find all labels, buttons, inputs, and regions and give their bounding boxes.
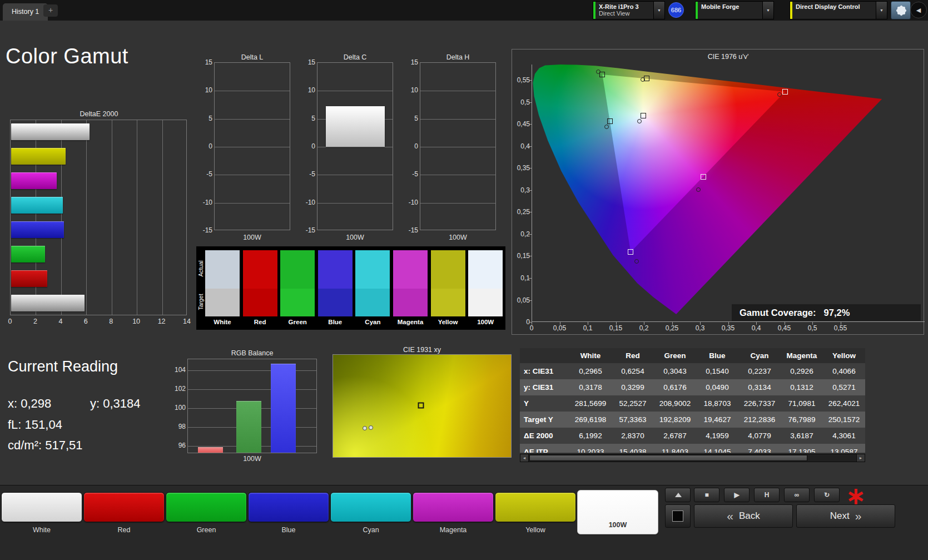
table-cell: 4,0779 xyxy=(738,428,781,444)
next-chevron-icon: » xyxy=(855,509,862,523)
table-header-cell: Cyan xyxy=(738,348,781,363)
device-meter[interactable]: X-Rite i1Pro 3 Direct View ▼ xyxy=(593,1,665,19)
color-button-label: Blue xyxy=(248,526,329,534)
color-button-magenta[interactable] xyxy=(413,492,494,522)
gridline xyxy=(317,91,393,91)
play-button[interactable]: ▶ xyxy=(724,488,750,502)
chart-title: CIE 1976 u'v' xyxy=(532,53,925,61)
color-button-white[interactable] xyxy=(1,492,82,522)
bottombar: WhiteRedGreenBlueCyanMagentaYellow100W ■… xyxy=(0,485,928,560)
next-label: Next xyxy=(830,511,850,522)
table-cell: 17,1305 xyxy=(781,444,823,453)
settings-button[interactable] xyxy=(891,1,911,19)
chart-title: RGB Balance xyxy=(187,349,317,357)
row-label: y: CIE31 xyxy=(520,379,569,395)
axis-tick-label: 0,25 xyxy=(514,208,530,216)
axis-tick xyxy=(529,190,532,191)
axis-tick-label: 15 xyxy=(198,58,212,66)
color-button-red[interactable] xyxy=(83,492,165,522)
display-meter[interactable]: Direct Display Control ▼ xyxy=(790,1,887,19)
swatch-label: Yellow xyxy=(431,319,465,325)
axis-tick-label: 0,55 xyxy=(514,76,530,84)
swatch-actual-blue xyxy=(318,250,353,289)
dropdown-chevron-icon[interactable]: ▼ xyxy=(762,2,773,19)
back-button[interactable]: « Back xyxy=(694,504,793,528)
axis-tick-label: 0,4 xyxy=(514,142,530,150)
axis-tick-label: 0,45 xyxy=(514,120,530,128)
axis-tick-label: 96 xyxy=(172,442,186,449)
table-cell: 2,6787 xyxy=(654,428,696,444)
axis-tick xyxy=(560,322,560,325)
table-cell: 4,1959 xyxy=(696,428,738,444)
color-button-yellow[interactable] xyxy=(495,492,576,522)
gridline xyxy=(188,389,316,390)
axis-tick-label: 102 xyxy=(172,385,186,393)
axis-tick xyxy=(529,124,532,125)
axis-tick-label: 5 xyxy=(301,115,315,122)
table-scrollbar[interactable]: ◄ ► xyxy=(520,454,865,462)
gridline xyxy=(420,147,495,147)
chart-title: DeltaE 2000 xyxy=(10,110,188,118)
color-button-label: 100W xyxy=(577,521,658,529)
table-cell: 250,1572 xyxy=(823,412,865,428)
table-cell: 269,6198 xyxy=(569,412,612,428)
table-cell: 226,7337 xyxy=(738,395,781,412)
swatch-target-white xyxy=(205,289,240,316)
axis-tick-label: 0 xyxy=(523,324,540,332)
table-cell: 15,4038 xyxy=(612,444,654,453)
swatch-target-magenta xyxy=(393,289,428,316)
gridline xyxy=(215,203,290,204)
swatch-label: Magenta xyxy=(393,319,428,325)
table-cell: 3,6187 xyxy=(781,428,823,444)
table-cell: 0,1540 xyxy=(696,363,738,379)
gear-core xyxy=(899,8,904,13)
table-cell: 7,4033 xyxy=(738,444,781,453)
swatch-label: Blue xyxy=(318,319,353,325)
row-label-actual: Actual xyxy=(197,255,204,282)
table-header-cell: Magenta xyxy=(781,348,823,363)
axis-tick-label: 0,3 xyxy=(514,186,530,194)
history-tab[interactable]: History 1 xyxy=(3,3,48,21)
refresh-button[interactable]: ↻ xyxy=(814,488,840,502)
color-button-label: White xyxy=(1,526,82,534)
axis-tick-label: 0,15 xyxy=(514,252,530,260)
scroll-right-button[interactable]: ► xyxy=(856,454,865,462)
scroll-left-button[interactable]: ◄ xyxy=(520,454,529,462)
pattern-window-button[interactable] xyxy=(665,504,691,528)
axis-tick-label: 5 xyxy=(404,115,418,122)
dropdown-chevron-icon[interactable]: ▼ xyxy=(653,2,664,19)
add-tab-button[interactable]: + xyxy=(43,4,58,17)
scroll-thumb[interactable] xyxy=(529,455,807,461)
source-name: Mobile Forge xyxy=(701,3,759,10)
axis-tick-label: 0,1 xyxy=(579,324,596,332)
rgb-bar-red xyxy=(198,447,223,453)
deltae-plot xyxy=(10,120,187,315)
gridline xyxy=(162,120,163,315)
axis-tick xyxy=(588,322,588,325)
source-meter[interactable]: Mobile Forge ▼ xyxy=(695,1,774,19)
gridline xyxy=(215,175,290,175)
stop-button[interactable]: ■ xyxy=(694,488,719,502)
xy-target-marker xyxy=(418,403,424,409)
infinity-icon: ∞ xyxy=(785,488,809,502)
page-title: Color Gamut xyxy=(6,44,128,68)
axis-tick-label: 0,5 xyxy=(514,98,530,106)
target-marker-magenta xyxy=(701,174,706,180)
color-button-blue[interactable] xyxy=(248,492,329,522)
dropdown-chevron-icon[interactable]: ▼ xyxy=(876,2,887,19)
infinity-button[interactable]: ∞ xyxy=(784,488,810,502)
color-button-label: Yellow xyxy=(495,526,576,534)
axis-tick-label: 0 xyxy=(301,142,315,150)
chart-delta-c: Delta C151050-5-10-15100W xyxy=(306,53,398,245)
transport-icons: ■▶H∞↻ xyxy=(664,488,928,503)
table-cell: 13,0587 xyxy=(823,444,865,453)
table-row: Y281,569952,2527208,900218,8703226,73377… xyxy=(520,395,865,412)
target-marker-blue xyxy=(628,249,633,255)
color-button-cyan[interactable] xyxy=(330,492,411,522)
target-marker-red xyxy=(782,89,788,95)
hold-button[interactable]: H xyxy=(754,488,780,502)
axis-tick-label: 5 xyxy=(198,115,212,122)
color-button-green[interactable] xyxy=(166,492,247,522)
collapse-button[interactable]: ◀ xyxy=(910,2,927,18)
reading-count-badge: 686 xyxy=(668,2,684,18)
